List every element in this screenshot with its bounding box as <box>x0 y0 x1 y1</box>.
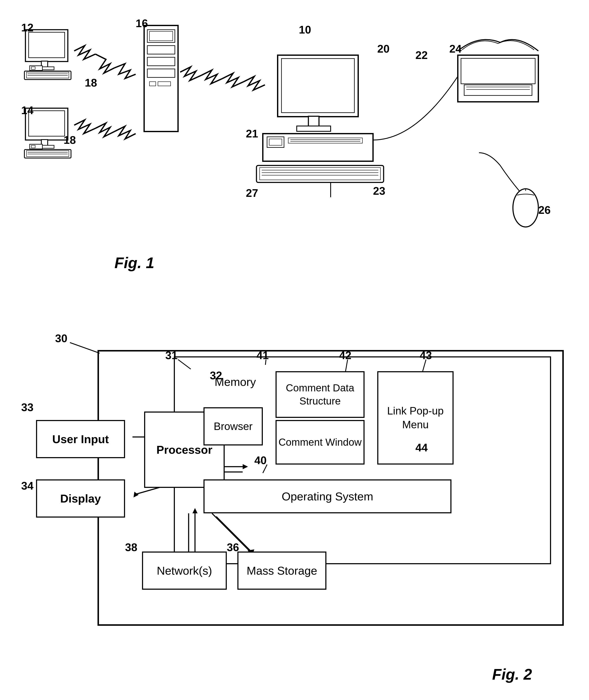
svg-rect-22 <box>150 31 173 41</box>
ref-14: 14 <box>21 104 33 117</box>
ref-27: 27 <box>246 187 258 199</box>
networks-box: Network(s) <box>142 552 227 590</box>
ref-32: 32 <box>210 369 222 382</box>
svg-rect-19 <box>31 145 35 148</box>
svg-rect-45 <box>464 85 532 96</box>
svg-rect-29 <box>281 58 354 113</box>
svg-marker-53 <box>134 492 139 498</box>
svg-point-48 <box>513 189 538 227</box>
fig1-area: 12 14 16 18 18 10 20 22 21 27 23 24 26 F… <box>13 13 564 288</box>
ref-41: 41 <box>256 349 269 362</box>
svg-rect-30 <box>309 116 319 127</box>
ref-10: 10 <box>299 23 311 36</box>
ref-44: 44 <box>415 441 428 454</box>
ref-12: 12 <box>21 21 33 34</box>
ref-43: 43 <box>420 349 432 362</box>
ref-33: 33 <box>21 401 33 414</box>
ref-42: 42 <box>339 349 351 362</box>
ref-36: 36 <box>227 541 239 554</box>
svg-rect-39 <box>260 168 380 180</box>
ref-24: 24 <box>449 42 462 55</box>
svg-rect-9 <box>31 67 35 69</box>
display-box: Display <box>36 479 125 518</box>
browser-box: Browser <box>203 407 263 445</box>
svg-rect-27 <box>158 82 171 86</box>
ref-20: 20 <box>377 42 390 55</box>
svg-rect-25 <box>147 69 175 78</box>
mass-storage-box: Mass Storage <box>237 552 327 590</box>
user-input-box: User Input <box>36 420 125 458</box>
svg-line-69 <box>70 342 100 353</box>
ref-34: 34 <box>21 479 33 492</box>
ref-22: 22 <box>415 49 428 61</box>
svg-marker-59 <box>243 464 248 469</box>
page: 12 14 16 18 18 10 20 22 21 27 23 24 26 F… <box>0 0 589 700</box>
ref-40: 40 <box>254 454 267 467</box>
svg-rect-44 <box>461 58 535 84</box>
svg-marker-65 <box>192 508 198 513</box>
fig2-label: Fig. 2 <box>492 666 532 683</box>
ref-18a: 18 <box>85 77 97 89</box>
svg-rect-5 <box>26 72 69 78</box>
svg-rect-34 <box>269 139 282 145</box>
svg-rect-24 <box>147 57 175 66</box>
svg-rect-35 <box>288 138 362 143</box>
svg-line-70 <box>178 360 191 369</box>
ref-38: 38 <box>125 541 137 554</box>
ref-16: 16 <box>136 17 148 30</box>
svg-rect-11 <box>29 111 65 136</box>
ref-31: 31 <box>165 349 178 362</box>
svg-rect-15 <box>26 151 69 157</box>
fig1-label: Fig. 1 <box>115 254 154 272</box>
ref-21: 21 <box>246 127 258 140</box>
svg-rect-23 <box>147 45 175 54</box>
operating-system-box: Operating System <box>203 479 451 513</box>
fig2-area: User Input Display Processor Memory Brow… <box>13 318 574 689</box>
ref-30: 30 <box>55 332 67 345</box>
svg-rect-1 <box>29 32 65 58</box>
svg-rect-26 <box>150 82 156 86</box>
ref-26: 26 <box>538 203 551 217</box>
comment-window-box: Comment Window <box>275 420 365 464</box>
comment-data-box: Comment Data Structure <box>275 371 365 418</box>
ref-23: 23 <box>373 184 385 197</box>
svg-rect-31 <box>297 126 331 131</box>
ref-18b: 18 <box>63 134 76 146</box>
